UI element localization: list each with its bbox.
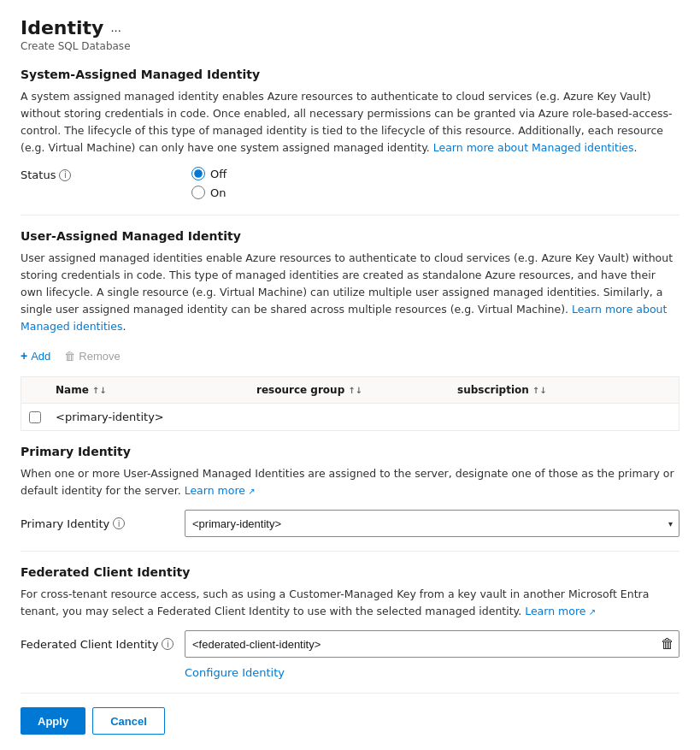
federated-client-info-icon[interactable]: i — [162, 638, 174, 650]
header-checkbox-cell — [21, 384, 49, 396]
federated-client-input-wrapper: 🗑 — [185, 630, 679, 658]
user-assigned-description: User assigned managed identities enable … — [21, 250, 679, 335]
radio-off-option[interactable]: Off — [191, 167, 226, 180]
primary-identity-info-icon[interactable]: i — [113, 517, 125, 529]
table-header: Name ↑↓ resource group ↑↓ subscription ↑… — [21, 377, 679, 404]
cancel-button[interactable]: Cancel — [92, 707, 165, 735]
system-assigned-section: System-Assigned Managed Identity A syste… — [21, 68, 679, 199]
radio-off[interactable] — [191, 167, 205, 180]
user-assigned-table: Name ↑↓ resource group ↑↓ subscription ↑… — [21, 376, 679, 431]
table-row: <primary-identity> — [21, 404, 679, 430]
bottom-divider — [21, 693, 679, 694]
user-assigned-title: User-Assigned Managed Identity — [21, 229, 679, 243]
sub-sort-icon[interactable]: ↑↓ — [532, 386, 547, 395]
primary-identity-section: Primary Identity When one or more User-A… — [21, 445, 679, 537]
trash-icon: 🗑 — [64, 350, 75, 363]
title-text: Identity — [21, 17, 103, 38]
status-label: Status i — [21, 167, 191, 181]
primary-identity-field-row: Primary Identity i <primary-identity> ▾ — [21, 510, 679, 537]
user-assigned-section: User-Assigned Managed Identity User assi… — [21, 229, 679, 431]
system-assigned-description: A system assigned managed identity enabl… — [21, 88, 679, 156]
row-checkbox[interactable] — [29, 411, 41, 423]
header-name: Name ↑↓ — [49, 384, 250, 396]
radio-on-option[interactable]: On — [191, 186, 226, 199]
system-assigned-learn-more[interactable]: Learn more about Managed identities — [433, 141, 634, 154]
header-actions — [651, 384, 679, 396]
federated-client-section: Federated Client Identity For cross-tena… — [21, 565, 679, 679]
system-assigned-title: System-Assigned Managed Identity — [21, 68, 679, 81]
header-resource-group: resource group ↑↓ — [250, 384, 450, 396]
action-buttons: Apply Cancel — [21, 707, 679, 735]
add-button[interactable]: + Add — [21, 345, 50, 366]
primary-identity-field-label: Primary Identity i — [21, 517, 174, 530]
name-sort-icon[interactable]: ↑↓ — [92, 386, 107, 395]
federated-client-field-label: Federated Client Identity i — [21, 638, 174, 651]
apply-button[interactable]: Apply — [21, 707, 85, 735]
status-radio-group: Off On — [191, 167, 226, 199]
federated-client-field-row: Federated Client Identity i 🗑 — [21, 630, 679, 658]
divider-1 — [21, 215, 679, 216]
status-row: Status i Off On — [21, 167, 679, 199]
remove-button[interactable]: 🗑 Remove — [64, 346, 120, 366]
federated-client-input[interactable] — [185, 630, 679, 658]
page-subtitle: Create SQL Database — [21, 40, 679, 52]
radio-on-label: On — [210, 186, 226, 199]
primary-identity-dropdown[interactable]: <primary-identity> — [185, 510, 679, 537]
federated-client-description: For cross-tenant resource access, such a… — [21, 586, 679, 620]
title-ellipsis: ... — [110, 21, 121, 34]
federated-client-delete-button[interactable]: 🗑 — [661, 636, 674, 652]
page-title: Identity ... — [21, 17, 679, 38]
primary-identity-learn-more[interactable]: Learn more — [185, 484, 256, 497]
federated-client-learn-more[interactable]: Learn more — [525, 605, 596, 617]
primary-identity-description: When one or more User-Assigned Managed I… — [21, 465, 679, 499]
rg-sort-icon[interactable]: ↑↓ — [348, 386, 362, 395]
header-subscription: subscription ↑↓ — [450, 384, 651, 396]
radio-off-label: Off — [210, 168, 226, 180]
configure-identity-link[interactable]: Configure Identity — [185, 666, 679, 679]
row-name: <primary-identity> — [49, 410, 250, 423]
primary-identity-dropdown-wrapper: <primary-identity> ▾ — [185, 510, 679, 537]
row-checkbox-cell — [21, 411, 49, 423]
plus-icon: + — [21, 349, 27, 363]
radio-on[interactable] — [191, 186, 205, 199]
divider-2 — [21, 551, 679, 552]
status-info-icon[interactable]: i — [59, 169, 71, 181]
primary-identity-title: Primary Identity — [21, 445, 679, 458]
user-assigned-toolbar: + Add 🗑 Remove — [21, 345, 679, 366]
federated-client-title: Federated Client Identity — [21, 565, 679, 579]
